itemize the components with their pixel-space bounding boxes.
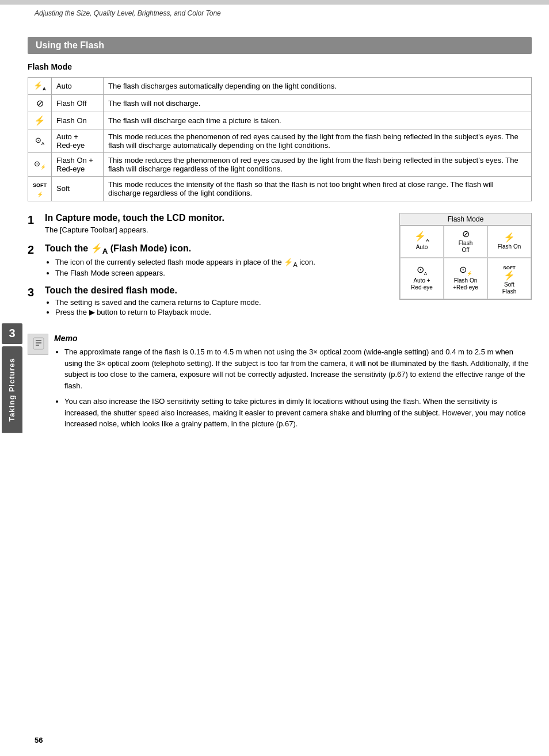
steps-text: 1 In Capture mode, touch the LCD monitor… (28, 213, 388, 325)
flash-ui-icon-4: ⊙⚡ (459, 265, 472, 276)
flash-table-row: ⊙AAuto + Red-eyeThis mode reduces the ph… (28, 129, 532, 152)
flash-table-row: ⚡Flash OnThe flash will discharge each t… (28, 112, 532, 129)
flash-table-row: ⊙⚡Flash On + Red-eyeThis mode reduces th… (28, 152, 532, 176)
flash-mode-cell: Flash Off (52, 94, 104, 112)
flash-ui-grid[interactable]: ⚡AAuto⊘Flash Off⚡Flash On⊙AAuto + Red-ey… (400, 226, 531, 299)
main-content: Using the Flash Flash Mode ⚡AAutoThe fla… (28, 20, 532, 434)
flash-ui-cell-2[interactable]: ⚡Flash On (487, 226, 531, 258)
flash-table: ⚡AAutoThe flash discharges automatically… (28, 77, 532, 201)
flash-ui-title: Flash Mode (400, 213, 531, 226)
memo-icon (28, 334, 48, 355)
top-bar (0, 0, 549, 5)
flash-icon-cell: ⊙A (28, 129, 52, 152)
memo-content: Memo The approximate range of the flash … (54, 334, 532, 434)
page-header: Adjusting the Size, Quality Level, Brigh… (0, 5, 549, 20)
flash-ui-label-0: Auto (416, 244, 428, 251)
section-title: Using the Flash (28, 37, 532, 54)
flash-ui-cell-4[interactable]: ⊙⚡Flash On +Red-eye (444, 258, 487, 299)
memo-title: Memo (54, 334, 532, 343)
subsection-title: Flash Mode (28, 62, 532, 71)
flash-ui-label-5: Soft Flash (502, 281, 516, 295)
flash-mode-cell: Soft (52, 176, 104, 201)
flash-ui-cell-0[interactable]: ⚡AAuto (400, 226, 444, 258)
flash-mode-cell: Flash On (52, 112, 104, 129)
memo-bullets: The approximate range of the flash is 0.… (64, 346, 532, 430)
step-2-bullets: The icon of the currently selected flash… (55, 258, 388, 278)
flash-ui-label-1: Flash Off (459, 240, 472, 254)
step-1: 1 In Capture mode, touch the LCD monitor… (28, 213, 388, 236)
flash-desc-cell: The flash will not discharge. (104, 94, 532, 112)
step-2: 2 Touch the ⚡A (Flash Mode) icon. The ic… (28, 243, 388, 279)
flash-table-row: ⚡AAutoThe flash discharges automatically… (28, 78, 532, 95)
step-2-content: Touch the ⚡A (Flash Mode) icon. The icon… (45, 243, 388, 279)
flash-ui-icon-3: ⊙A (417, 265, 427, 276)
flash-ui-icon-2: ⚡ (504, 233, 515, 242)
step-2-number: 2 (28, 243, 41, 257)
step-3: 3 Touch the desired flash mode. The sett… (28, 285, 388, 318)
flash-table-row: ⊘Flash OffThe flash will not discharge. (28, 94, 532, 112)
page-footer: 56 (35, 736, 43, 744)
memo-box: Memo The approximate range of the flash … (28, 334, 532, 434)
flash-ui-label-2: Flash On (498, 243, 521, 250)
step-1-content: In Capture mode, touch the LCD monitor. … (45, 213, 388, 236)
memo-bullet-0: The approximate range of the flash is 0.… (64, 346, 532, 391)
flash-desc-cell: The flash will discharge each time a pic… (104, 112, 532, 129)
svg-rect-0 (33, 338, 44, 349)
chapter-label: Taking Pictures (2, 346, 22, 433)
flash-mode-ui: Flash Mode ⚡AAuto⊘Flash Off⚡Flash On⊙AAu… (399, 213, 532, 300)
sidebar: 3 Taking Pictures (0, 0, 24, 756)
flash-ui-cell-5[interactable]: SOFT⚡Soft Flash (487, 258, 531, 299)
step-3-content: Touch the desired flash mode. The settin… (45, 285, 388, 318)
flash-ui-label-4: Flash On +Red-eye (453, 277, 478, 291)
step-3-bullet-2: Press the ▶ button to return to Playback… (55, 308, 388, 316)
flash-table-row: SOFT⚡SoftThis mode reduces the intensity… (28, 176, 532, 201)
chapter-number: 3 (2, 323, 22, 344)
flash-ui-icon-1: ⊘ (462, 230, 470, 239)
step-2-title: Touch the ⚡A (Flash Mode) icon. (45, 243, 388, 255)
flash-icon-cell: ⚡ (28, 112, 52, 129)
flash-icon-cell: ⊙⚡ (28, 152, 52, 176)
flash-desc-cell: This mode reduces the intensity of the f… (104, 176, 532, 201)
steps-with-image: 1 In Capture mode, touch the LCD monitor… (28, 213, 532, 325)
flash-icon-cell: ⚡A (28, 78, 52, 95)
flash-mode-cell: Flash On + Red-eye (52, 152, 104, 176)
step-3-bullets: The setting is saved and the camera retu… (55, 298, 388, 316)
flash-icon-cell: ⊘ (28, 94, 52, 112)
flash-icon-cell: SOFT⚡ (28, 176, 52, 201)
memo-bullet-1: You can also increase the ISO sensitivit… (64, 396, 532, 430)
step-1-title: In Capture mode, touch the LCD monitor. (45, 213, 388, 223)
memo-svg-icon (32, 337, 45, 350)
flash-desc-cell: The flash discharges automatically depen… (104, 78, 532, 95)
flash-desc-cell: This mode reduces the phenomenon of red … (104, 129, 532, 152)
step-1-detail: The [Capture Toolbar] appears. (45, 226, 388, 234)
step-1-number: 1 (28, 213, 41, 227)
step-2-bullet-1: The icon of the currently selected flash… (55, 258, 388, 268)
step-3-title: Touch the desired flash mode. (45, 285, 388, 296)
flash-mode-cell: Auto + Red-eye (52, 129, 104, 152)
flash-mode-cell: Auto (52, 78, 104, 95)
flash-desc-cell: This mode reduces the phenomenon of red … (104, 152, 532, 176)
step-2-bullet-2: The Flash Mode screen appears. (55, 269, 388, 277)
flash-ui-label-3: Auto + Red-eye (411, 277, 433, 291)
flash-ui-cell-1[interactable]: ⊘Flash Off (444, 226, 487, 258)
flash-ui-icon-0: ⚡A (414, 232, 429, 243)
flash-ui-icon-5: SOFT⚡ (503, 262, 515, 280)
step-3-bullet-1: The setting is saved and the camera retu… (55, 298, 388, 307)
step-3-number: 3 (28, 285, 41, 299)
flash-ui-cell-3[interactable]: ⊙AAuto + Red-eye (400, 258, 444, 299)
